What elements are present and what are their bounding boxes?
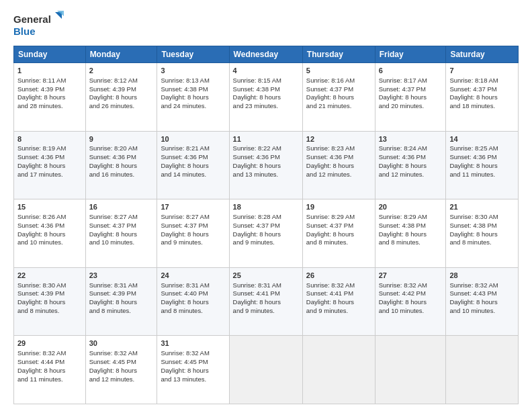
calendar-header: SundayMondayTuesdayWednesdayThursdayFrid… (14, 46, 519, 63)
day-cell: 6Sunrise: 8:17 AMSunset: 4:37 PMDaylight… (375, 63, 446, 132)
day-cell: 28Sunrise: 8:32 AMSunset: 4:43 PMDayligh… (446, 267, 519, 336)
day-cell: 20Sunrise: 8:29 AMSunset: 4:38 PMDayligh… (375, 199, 446, 268)
day-number: 26 (306, 271, 371, 281)
logo-svg: General Blue (13, 11, 67, 40)
day-number: 15 (17, 202, 82, 212)
day-cell: 9Sunrise: 8:20 AMSunset: 4:36 PMDaylight… (85, 131, 157, 199)
calendar-body: 1Sunrise: 8:11 AMSunset: 4:39 PMDaylight… (14, 63, 519, 404)
header-cell-sunday: Sunday (14, 46, 86, 63)
day-number: 22 (17, 271, 82, 281)
day-cell: 26Sunrise: 8:32 AMSunset: 4:41 PMDayligh… (302, 267, 375, 336)
day-number: 23 (89, 271, 154, 281)
svg-text:Blue: Blue (13, 26, 36, 37)
day-number: 25 (233, 271, 299, 281)
day-cell (302, 336, 375, 404)
week-row-1: 1Sunrise: 8:11 AMSunset: 4:39 PMDaylight… (14, 63, 519, 132)
day-cell: 22Sunrise: 8:30 AMSunset: 4:39 PMDayligh… (14, 267, 86, 336)
day-number: 28 (449, 271, 515, 281)
day-number: 20 (379, 202, 443, 212)
day-number: 11 (233, 134, 299, 144)
day-number: 3 (161, 66, 225, 76)
day-number: 27 (379, 271, 443, 281)
day-number: 16 (89, 202, 154, 212)
day-cell (446, 336, 519, 404)
day-cell: 30Sunrise: 8:32 AMSunset: 4:45 PMDayligh… (85, 336, 157, 404)
day-cell: 17Sunrise: 8:27 AMSunset: 4:37 PMDayligh… (157, 199, 229, 268)
calendar-table: SundayMondayTuesdayWednesdayThursdayFrid… (13, 46, 519, 404)
day-cell: 27Sunrise: 8:32 AMSunset: 4:42 PMDayligh… (375, 267, 446, 336)
day-number: 18 (233, 202, 299, 212)
day-number: 2 (89, 66, 154, 76)
page: General Blue SundayMondayTuesdayWednesda… (0, 0, 532, 411)
day-cell: 25Sunrise: 8:31 AMSunset: 4:41 PMDayligh… (229, 267, 302, 336)
day-number: 14 (449, 134, 515, 144)
day-cell: 13Sunrise: 8:24 AMSunset: 4:36 PMDayligh… (375, 131, 446, 199)
day-number: 29 (17, 338, 82, 349)
day-number: 5 (306, 66, 371, 76)
day-cell: 1Sunrise: 8:11 AMSunset: 4:39 PMDaylight… (14, 63, 86, 132)
week-row-3: 15Sunrise: 8:26 AMSunset: 4:36 PMDayligh… (14, 199, 519, 268)
day-cell: 14Sunrise: 8:25 AMSunset: 4:36 PMDayligh… (446, 131, 519, 199)
day-cell: 15Sunrise: 8:26 AMSunset: 4:36 PMDayligh… (14, 199, 86, 268)
header-cell-friday: Friday (375, 46, 446, 63)
day-cell: 24Sunrise: 8:31 AMSunset: 4:40 PMDayligh… (157, 267, 229, 336)
day-number: 21 (449, 202, 515, 212)
header-row: SundayMondayTuesdayWednesdayThursdayFrid… (14, 46, 519, 63)
day-number: 9 (89, 134, 154, 144)
day-number: 17 (161, 202, 225, 212)
day-number: 4 (233, 66, 299, 76)
header-cell-saturday: Saturday (446, 46, 519, 63)
header: General Blue (13, 11, 519, 40)
day-number: 6 (379, 66, 443, 76)
day-cell: 4Sunrise: 8:15 AMSunset: 4:38 PMDaylight… (229, 63, 302, 132)
day-number: 24 (161, 271, 225, 281)
header-cell-tuesday: Tuesday (157, 46, 229, 63)
header-cell-monday: Monday (85, 46, 157, 63)
logo: General Blue (13, 11, 67, 40)
day-cell: 5Sunrise: 8:16 AMSunset: 4:37 PMDaylight… (302, 63, 375, 132)
day-cell: 3Sunrise: 8:13 AMSunset: 4:38 PMDaylight… (157, 63, 229, 132)
day-cell: 10Sunrise: 8:21 AMSunset: 4:36 PMDayligh… (157, 131, 229, 199)
week-row-5: 29Sunrise: 8:32 AMSunset: 4:44 PMDayligh… (14, 336, 519, 404)
svg-text:General: General (13, 13, 51, 25)
day-cell: 7Sunrise: 8:18 AMSunset: 4:37 PMDaylight… (446, 63, 519, 132)
day-cell: 23Sunrise: 8:31 AMSunset: 4:39 PMDayligh… (85, 267, 157, 336)
day-number: 19 (306, 202, 371, 212)
day-cell: 11Sunrise: 8:22 AMSunset: 4:36 PMDayligh… (229, 131, 302, 199)
header-cell-wednesday: Wednesday (229, 46, 302, 63)
day-number: 13 (379, 134, 443, 144)
day-cell (375, 336, 446, 404)
day-cell: 2Sunrise: 8:12 AMSunset: 4:39 PMDaylight… (85, 63, 157, 132)
day-number: 30 (89, 338, 154, 349)
day-cell (229, 336, 302, 404)
day-number: 31 (161, 338, 225, 349)
header-cell-thursday: Thursday (302, 46, 375, 63)
day-cell: 21Sunrise: 8:30 AMSunset: 4:38 PMDayligh… (446, 199, 519, 268)
day-number: 1 (17, 66, 82, 76)
day-cell: 8Sunrise: 8:19 AMSunset: 4:36 PMDaylight… (14, 131, 86, 199)
day-cell: 12Sunrise: 8:23 AMSunset: 4:36 PMDayligh… (302, 131, 375, 199)
day-cell: 18Sunrise: 8:28 AMSunset: 4:37 PMDayligh… (229, 199, 302, 268)
week-row-2: 8Sunrise: 8:19 AMSunset: 4:36 PMDaylight… (14, 131, 519, 199)
day-number: 8 (17, 134, 82, 144)
day-cell: 31Sunrise: 8:32 AMSunset: 4:45 PMDayligh… (157, 336, 229, 404)
day-number: 7 (449, 66, 515, 76)
day-number: 12 (306, 134, 371, 144)
week-row-4: 22Sunrise: 8:30 AMSunset: 4:39 PMDayligh… (14, 267, 519, 336)
day-number: 10 (161, 134, 225, 144)
day-cell: 29Sunrise: 8:32 AMSunset: 4:44 PMDayligh… (14, 336, 86, 404)
day-cell: 19Sunrise: 8:29 AMSunset: 4:37 PMDayligh… (302, 199, 375, 268)
day-cell: 16Sunrise: 8:27 AMSunset: 4:37 PMDayligh… (85, 199, 157, 268)
